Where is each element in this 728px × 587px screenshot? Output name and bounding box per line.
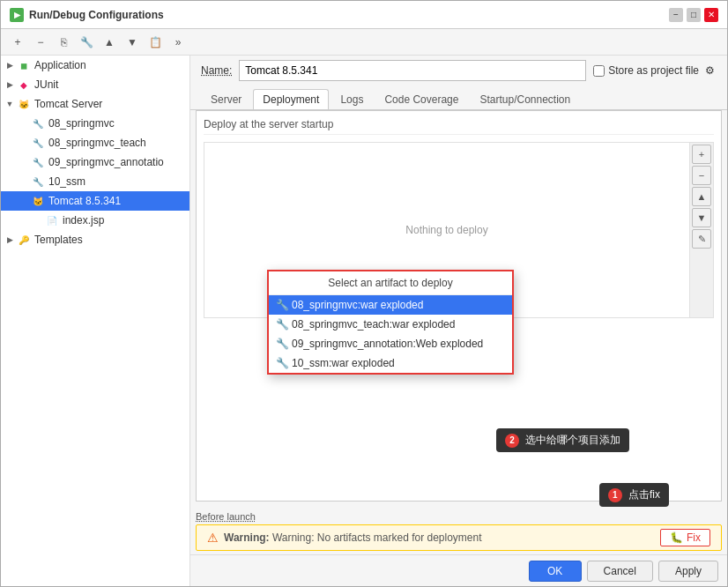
cancel-button[interactable]: Cancel [587,561,653,582]
artifact-popup: Select an artifact to deploy 🔧 08_spring… [267,270,514,375]
close-button[interactable]: ✕ [704,8,718,22]
tabs-bar: Server Deployment Logs Code Coverage Sta… [190,85,727,110]
templates-icon: 🔑 [17,233,31,247]
sidebar-label-templates: Templates [34,234,83,246]
deploy-section-title: Deploy at the server startup [204,118,714,135]
edit-artifact-button[interactable]: ✎ [692,229,711,249]
sidebar-label-08springmvc-teach: 08_springmvc_teach [48,137,146,149]
sidebar-item-junit[interactable]: ▶ ◆ JUnit [1,75,189,94]
main-panel: Name: Store as project file ⚙ Server Dep… [190,56,727,586]
tooltip-fix: 1 点击fix [599,483,669,507]
apply-button[interactable]: Apply [658,561,718,582]
sidebar: ▶ ◼ Application ▶ ◆ JUnit ▼ 🐱 Tomcat Ser… [1,56,190,586]
tab-startup-connection[interactable]: Startup/Connection [470,89,580,109]
gear-icon[interactable]: ⚙ [702,63,717,78]
artifact-icon-popup-3: 🔧 [276,357,288,369]
artifact-item-1[interactable]: 🔧 08_springmvc_teach:war exploded [269,315,512,334]
tomcat-icon: 🐱 [17,97,31,111]
app-icon: ▶ [10,8,24,22]
before-launch-label[interactable]: Before launch [196,510,722,523]
tomcat-config-icon: 🐱 [31,194,45,208]
warning-bar: ⚠ Warning: Warning: No artifacts marked … [196,524,722,551]
artifact-item-3[interactable]: 🔧 10_ssm:war exploded [269,353,512,373]
junit-icon: ◆ [17,78,31,92]
tab-deployment[interactable]: Deployment [253,89,329,109]
clipboard-button[interactable]: 📋 [145,33,165,52]
sidebar-item-10ssm[interactable]: ▶ 🔧 10_ssm [1,172,189,191]
warning-icon: ⚠ [207,531,219,545]
name-input[interactable] [239,60,586,81]
sidebar-label-10ssm: 10_ssm [48,175,85,188]
artifact-item-0[interactable]: 🔧 08_springmvc:war exploded [269,295,512,315]
minimize-button[interactable]: − [669,8,683,22]
tab-code-coverage[interactable]: Code Coverage [375,89,468,109]
window-title: Run/Debug Configurations [29,9,164,21]
remove-artifact-button[interactable]: − [692,166,711,185]
sidebar-label-junit: JUnit [34,78,58,91]
artifact-icon-4: 🔧 [31,175,45,189]
fix-icon: 🐛 [670,531,683,544]
arrow-junit: ▶ [4,79,15,90]
sidebar-label-indexjsp: index.jsp [63,214,104,227]
copy-button[interactable]: ⎘ [54,33,73,52]
artifact-icon-popup-1: 🔧 [276,318,288,331]
tab-server[interactable]: Server [201,89,251,109]
arrow-tomcat: ▼ [4,99,15,109]
before-launch-section: Before launch [190,505,727,524]
wrench-button[interactable]: 🔧 [77,33,96,52]
artifact-icon-2: 🔧 [31,136,45,150]
sidebar-label-08springmvc: 08_springmvc [48,117,115,130]
arrow-templates: ▶ [4,234,15,245]
artifact-icon-3: 🔧 [31,155,45,169]
tab-logs[interactable]: Logs [331,89,373,109]
artifact-label-1: 08_springmvc_teach:war exploded [292,318,455,331]
move-artifact-down-button[interactable]: ▼ [692,208,711,227]
window-controls: − □ ✕ [669,8,718,22]
sidebar-item-09springmvc[interactable]: ▶ 🔧 09_springmvc_annotatio [1,152,189,172]
name-row: Name: Store as project file ⚙ [190,56,727,85]
bottom-bar: OK Cancel Apply [190,554,727,586]
remove-button[interactable]: − [31,33,50,52]
sidebar-item-tomcat-config[interactable]: ▶ 🐱 Tomcat 8.5.341 [1,191,189,211]
store-checkbox[interactable] [593,65,605,77]
sidebar-item-templates[interactable]: ▶ 🔑 Templates [1,230,189,249]
tooltip-fix-text: 点击fix [628,488,660,501]
sidebar-item-08springmvc[interactable]: ▶ 🔧 08_springmvc [1,114,189,133]
move-artifact-up-button[interactable]: ▲ [692,187,711,206]
before-launch-title[interactable]: Before launch [196,511,256,522]
badge-fix: 1 [608,488,622,502]
app-icon: ◼ [17,58,31,72]
sidebar-label-tomcat: Tomcat Server [34,98,102,110]
artifact-icon-1: 🔧 [31,116,45,130]
sidebar-item-application[interactable]: ▶ ◼ Application [1,56,189,75]
artifact-label-0: 08_springmvc:war exploded [292,299,423,311]
ok-button[interactable]: OK [529,561,582,582]
badge-add: 2 [505,434,519,448]
warning-text: Warning: Warning: No artifacts marked fo… [224,531,482,544]
artifact-icon-popup-2: 🔧 [276,338,288,350]
jsp-file-icon: 📄 [45,213,59,227]
sidebar-item-tomcat-server[interactable]: ▼ 🐱 Tomcat Server [1,94,189,114]
move-down-button[interactable]: ▼ [123,33,142,52]
fix-label: Fix [687,531,701,544]
name-label: Name: [201,64,232,77]
maximize-button[interactable]: □ [687,8,701,22]
add-artifact-button[interactable]: + [692,145,711,164]
move-up-button[interactable]: ▲ [100,33,119,52]
sidebar-label-tomcat-config: Tomcat 8.5.341 [48,195,121,207]
tooltip-add: 2 选中给哪个项目添加 [496,428,629,452]
fix-button[interactable]: 🐛 Fix [660,529,710,546]
more-button[interactable]: » [168,33,188,52]
artifact-item-2[interactable]: 🔧 09_springmvc_annotation:Web exploded [269,334,512,353]
sidebar-label-application: Application [34,59,86,71]
nothing-to-deploy: Nothing to deploy [405,224,487,236]
artifact-popup-title: Select an artifact to deploy [269,271,512,295]
add-button[interactable]: + [8,33,27,52]
tab-content-deployment: Deploy at the server startup Nothing to … [196,110,722,502]
tooltip-add-text: 选中给哪个项目添加 [525,434,620,446]
sidebar-label-09springmvc: 09_springmvc_annotatio [48,156,164,168]
sidebar-item-indexjsp[interactable]: ▶ 📄 index.jsp [1,211,189,230]
sidebar-item-08springmvc-teach[interactable]: ▶ 🔧 08_springmvc_teach [1,133,189,152]
title-bar: ▶ Run/Debug Configurations − □ ✕ [1,1,727,29]
arrow-application: ▶ [4,60,15,71]
